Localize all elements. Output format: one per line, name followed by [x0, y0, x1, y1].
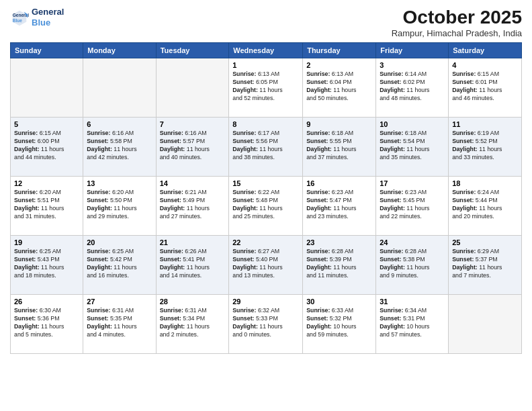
day-number: 21: [160, 238, 226, 246]
day-number: 27: [87, 298, 152, 306]
day-number: 3: [380, 61, 445, 69]
weekday-header-tuesday: Tuesday: [156, 43, 229, 58]
calendar-week-row: 5Sunrise: 6:15 AMSunset: 6:00 PMDaylight…: [11, 118, 522, 177]
day-number: 16: [306, 179, 372, 187]
calendar-cell: 22Sunrise: 6:27 AMSunset: 5:40 PMDayligh…: [229, 236, 303, 295]
calendar-cell: 15Sunrise: 6:22 AMSunset: 5:48 PMDayligh…: [229, 177, 303, 236]
calendar-cell: 7Sunrise: 6:16 AMSunset: 5:57 PMDaylight…: [156, 118, 229, 177]
weekday-header-friday: Friday: [376, 43, 449, 58]
day-number: 6: [87, 120, 152, 128]
weekday-header-row: SundayMondayTuesdayWednesdayThursdayFrid…: [11, 43, 522, 58]
day-number: 22: [232, 238, 299, 246]
calendar-cell: 11Sunrise: 6:19 AMSunset: 5:52 PMDayligh…: [449, 118, 522, 177]
calendar-cell: 28Sunrise: 6:31 AMSunset: 5:34 PMDayligh…: [156, 295, 229, 354]
day-number: 4: [452, 61, 518, 69]
day-number: 11: [452, 120, 518, 128]
calendar-cell: 4Sunrise: 6:15 AMSunset: 6:01 PMDaylight…: [449, 58, 522, 118]
day-number: 2: [306, 61, 372, 69]
day-number: 8: [232, 120, 299, 128]
location: Rampur, Himachal Pradesh, India: [392, 28, 522, 38]
day-number: 18: [452, 179, 518, 187]
day-number: 14: [160, 179, 226, 187]
calendar-cell: 30Sunrise: 6:33 AMSunset: 5:32 PMDayligh…: [303, 295, 376, 354]
calendar-cell: 26Sunrise: 6:30 AMSunset: 5:36 PMDayligh…: [11, 295, 83, 354]
day-number: 30: [306, 298, 372, 306]
weekday-header-wednesday: Wednesday: [229, 43, 303, 58]
calendar-cell: 29Sunrise: 6:32 AMSunset: 5:33 PMDayligh…: [229, 295, 303, 354]
calendar-cell: 8Sunrise: 6:17 AMSunset: 5:56 PMDaylight…: [229, 118, 303, 177]
calendar-cell: [11, 58, 83, 118]
calendar-cell: 2Sunrise: 6:13 AMSunset: 6:04 PMDaylight…: [303, 58, 376, 118]
calendar-cell: 6Sunrise: 6:16 AMSunset: 5:58 PMDaylight…: [83, 118, 156, 177]
day-number: 28: [160, 298, 226, 306]
calendar-cell: 21Sunrise: 6:26 AMSunset: 5:41 PMDayligh…: [156, 236, 229, 295]
logo-text: General Blue: [32, 7, 64, 28]
logo-icon: General Blue: [10, 8, 29, 27]
weekday-header-sunday: Sunday: [11, 43, 83, 58]
calendar-cell: [156, 58, 229, 118]
day-number: 24: [380, 238, 445, 246]
calendar-cell: 24Sunrise: 6:28 AMSunset: 5:38 PMDayligh…: [376, 236, 449, 295]
day-number: 9: [306, 120, 372, 128]
day-number: 13: [87, 179, 152, 187]
day-number: 23: [306, 238, 372, 246]
day-number: 31: [380, 298, 445, 306]
calendar-week-row: 1Sunrise: 6:13 AMSunset: 6:05 PMDaylight…: [11, 58, 522, 118]
weekday-header-thursday: Thursday: [303, 43, 376, 58]
calendar-cell: [83, 58, 156, 118]
day-number: 12: [14, 179, 79, 187]
page: General Blue General Blue October 2025 R…: [0, 0, 532, 411]
calendar-cell: 12Sunrise: 6:20 AMSunset: 5:51 PMDayligh…: [11, 177, 83, 236]
calendar-cell: 9Sunrise: 6:18 AMSunset: 5:55 PMDaylight…: [303, 118, 376, 177]
header: General Blue General Blue October 2025 R…: [10, 7, 522, 38]
day-number: 15: [232, 179, 299, 187]
calendar-cell: 5Sunrise: 6:15 AMSunset: 6:00 PMDaylight…: [11, 118, 83, 177]
day-number: 17: [380, 179, 445, 187]
day-number: 5: [14, 120, 79, 128]
day-number: 26: [14, 298, 79, 306]
calendar-cell: 16Sunrise: 6:23 AMSunset: 5:47 PMDayligh…: [303, 177, 376, 236]
logo: General Blue General Blue: [10, 7, 64, 28]
calendar-cell: 31Sunrise: 6:34 AMSunset: 5:31 PMDayligh…: [376, 295, 449, 354]
calendar-week-row: 12Sunrise: 6:20 AMSunset: 5:51 PMDayligh…: [11, 177, 522, 236]
day-number: 10: [380, 120, 445, 128]
calendar-cell: 1Sunrise: 6:13 AMSunset: 6:05 PMDaylight…: [229, 58, 303, 118]
weekday-header-saturday: Saturday: [449, 43, 522, 58]
calendar-cell: 25Sunrise: 6:29 AMSunset: 5:37 PMDayligh…: [449, 236, 522, 295]
weekday-header-monday: Monday: [83, 43, 156, 58]
calendar-cell: 3Sunrise: 6:14 AMSunset: 6:02 PMDaylight…: [376, 58, 449, 118]
day-number: 29: [232, 298, 299, 306]
calendar-cell: 10Sunrise: 6:18 AMSunset: 5:54 PMDayligh…: [376, 118, 449, 177]
day-number: 25: [452, 238, 518, 246]
calendar-cell: [449, 295, 522, 354]
calendar-cell: 27Sunrise: 6:31 AMSunset: 5:35 PMDayligh…: [83, 295, 156, 354]
calendar-cell: 17Sunrise: 6:23 AMSunset: 5:45 PMDayligh…: [376, 177, 449, 236]
calendar-week-row: 26Sunrise: 6:30 AMSunset: 5:36 PMDayligh…: [11, 295, 522, 354]
day-number: 20: [87, 238, 152, 246]
calendar-cell: 23Sunrise: 6:28 AMSunset: 5:39 PMDayligh…: [303, 236, 376, 295]
calendar-cell: 14Sunrise: 6:21 AMSunset: 5:49 PMDayligh…: [156, 177, 229, 236]
month-title: October 2025: [392, 7, 522, 28]
day-number: 19: [14, 238, 79, 246]
day-number: 1: [232, 61, 299, 69]
calendar-table: SundayMondayTuesdayWednesdayThursdayFrid…: [10, 42, 522, 354]
calendar-cell: 20Sunrise: 6:25 AMSunset: 5:42 PMDayligh…: [83, 236, 156, 295]
day-number: 7: [160, 120, 226, 128]
calendar-cell: 18Sunrise: 6:24 AMSunset: 5:44 PMDayligh…: [449, 177, 522, 236]
svg-text:Blue: Blue: [13, 18, 22, 23]
calendar-week-row: 19Sunrise: 6:25 AMSunset: 5:43 PMDayligh…: [11, 236, 522, 295]
calendar-cell: 19Sunrise: 6:25 AMSunset: 5:43 PMDayligh…: [11, 236, 83, 295]
title-block: October 2025 Rampur, Himachal Pradesh, I…: [392, 7, 522, 38]
calendar-cell: 13Sunrise: 6:20 AMSunset: 5:50 PMDayligh…: [83, 177, 156, 236]
